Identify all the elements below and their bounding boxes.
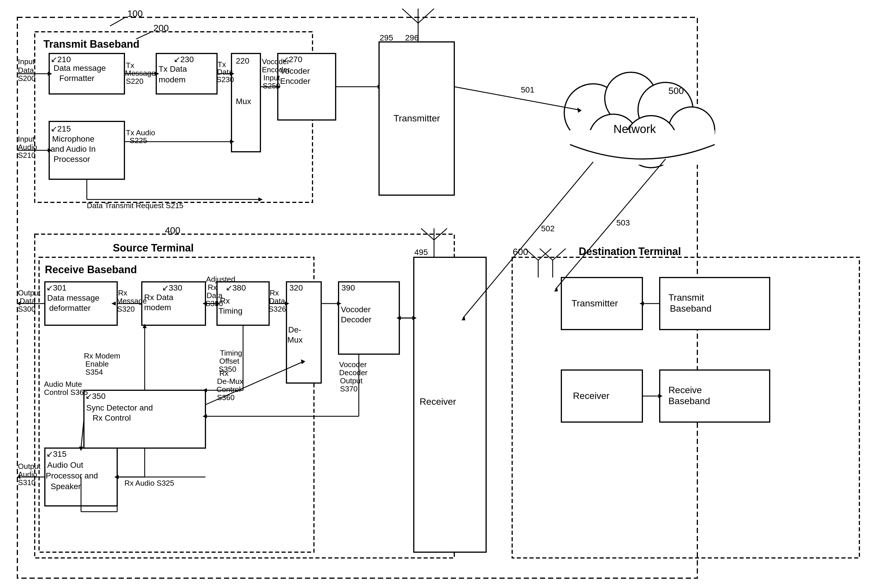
svg-text:Network: Network [614, 123, 656, 135]
svg-text:Decoder: Decoder [341, 315, 372, 324]
svg-text:Data: Data [269, 297, 285, 305]
svg-text:De-Mux: De-Mux [217, 377, 243, 386]
svg-text:Vocoder: Vocoder [262, 57, 290, 66]
svg-text:Encoder: Encoder [280, 76, 310, 86]
svg-marker-220 [554, 287, 558, 291]
svg-text:Receiver: Receiver [420, 396, 456, 407]
svg-text:S360: S360 [217, 393, 235, 402]
svg-text:Receive Baseband: Receive Baseband [45, 264, 137, 276]
svg-text:Rx: Rx [118, 288, 127, 297]
svg-text:Offset: Offset [219, 357, 239, 365]
svg-text:↙215: ↙215 [51, 124, 71, 133]
svg-text:Timing: Timing [220, 349, 242, 357]
svg-text:Rx Data: Rx Data [144, 293, 174, 302]
svg-text:Control  S365: Control S365 [44, 388, 88, 397]
diagram-container: 100 200 Transmit Baseband ↙210 Data mess… [0, 0, 886, 588]
svg-text:Transmitter: Transmitter [394, 113, 440, 123]
svg-line-2 [110, 18, 125, 26]
svg-text:Encoder: Encoder [262, 65, 290, 74]
svg-text:400: 400 [165, 225, 180, 236]
svg-text:modem: modem [144, 303, 171, 312]
svg-text:Processor and: Processor and [46, 471, 98, 480]
svg-text:Enable: Enable [85, 360, 109, 368]
svg-text:Audio: Audio [18, 470, 37, 479]
svg-text:S210: S210 [18, 151, 36, 160]
svg-text:Tx: Tx [126, 61, 134, 70]
svg-text:Rx: Rx [219, 369, 229, 378]
svg-text:S310: S310 [18, 478, 36, 487]
svg-marker-59 [259, 198, 263, 201]
svg-text:S225: S225 [129, 136, 147, 145]
svg-text:Baseband: Baseband [670, 303, 712, 314]
svg-line-70 [418, 9, 434, 23]
svg-text:500: 500 [668, 86, 684, 96]
svg-text:503: 503 [616, 218, 630, 227]
svg-text:Decoder: Decoder [339, 368, 368, 377]
svg-text:S200: S200 [18, 74, 36, 82]
svg-text:Rx Audio S325: Rx Audio S325 [125, 479, 174, 488]
svg-line-187 [540, 249, 553, 260]
svg-text:320: 320 [289, 283, 303, 292]
svg-text:Speaker: Speaker [51, 482, 81, 491]
svg-text:220: 220 [236, 56, 250, 65]
diagram-svg: 100 200 Transmit Baseband ↙210 Data mess… [0, 0, 886, 588]
svg-text:Sync Detector and: Sync Detector and [86, 403, 153, 412]
svg-text:S370: S370 [340, 384, 358, 393]
svg-text:Rx: Rx [270, 288, 279, 297]
svg-line-188 [553, 249, 566, 260]
svg-text:↙230: ↙230 [174, 55, 194, 64]
svg-text:Vocoder: Vocoder [339, 360, 367, 369]
svg-text:Transmit: Transmit [668, 292, 704, 303]
svg-text:Mux: Mux [287, 335, 303, 344]
svg-text:Processor: Processor [54, 154, 90, 164]
svg-text:501: 501 [521, 85, 534, 94]
svg-text:Destination Terminal: Destination Terminal [579, 245, 681, 257]
svg-line-68 [402, 9, 418, 23]
svg-text:Receiver: Receiver [573, 390, 610, 401]
svg-text:Tx Audio: Tx Audio [126, 128, 155, 137]
svg-text:modem: modem [159, 75, 185, 84]
svg-text:Formatter: Formatter [59, 74, 94, 82]
svg-text:Rx Control: Rx Control [93, 413, 131, 422]
svg-text:502: 502 [541, 224, 555, 233]
svg-text:295: 295 [380, 33, 393, 42]
svg-text:and Audio In: and Audio In [51, 144, 96, 153]
svg-text:296: 296 [405, 33, 419, 42]
svg-text:De-: De- [288, 325, 301, 334]
svg-text:Message: Message [125, 69, 156, 78]
svg-text:Data message: Data message [54, 64, 106, 72]
svg-line-212 [454, 87, 579, 110]
svg-text:Transmit Baseband: Transmit Baseband [44, 38, 140, 50]
svg-text:Message: Message [116, 297, 147, 305]
svg-text:↙210: ↙210 [51, 55, 71, 64]
svg-text:Data: Data [207, 291, 223, 300]
svg-text:S300: S300 [18, 305, 36, 314]
svg-text:S220: S220 [126, 77, 143, 86]
svg-text:Mux: Mux [236, 97, 251, 106]
svg-text:S326: S326 [269, 305, 286, 314]
svg-line-185 [538, 249, 551, 260]
svg-text:S354: S354 [85, 368, 103, 376]
svg-text:Input: Input [263, 74, 280, 82]
svg-text:↙350: ↙350 [85, 392, 105, 400]
svg-text:Data Transmit Request S215: Data Transmit Request S215 [87, 201, 184, 210]
svg-text:Transmitter: Transmitter [572, 298, 618, 309]
svg-text:Data message: Data message [47, 293, 99, 302]
svg-text:Input: Input [18, 135, 35, 143]
svg-text:100: 100 [127, 8, 143, 19]
svg-text:Audio Mute: Audio Mute [44, 380, 82, 388]
svg-text:Audio Out: Audio Out [47, 460, 83, 470]
svg-text:200: 200 [153, 23, 169, 33]
svg-text:390: 390 [341, 283, 355, 292]
svg-text:Data: Data [18, 66, 34, 75]
svg-text:Rx Modem: Rx Modem [84, 351, 120, 360]
svg-line-218 [555, 159, 665, 289]
svg-text:Output: Output [18, 288, 41, 297]
svg-text:Rx: Rx [208, 283, 217, 292]
svg-text:↙380: ↙380 [226, 283, 246, 292]
svg-text:↙315: ↙315 [46, 450, 66, 459]
svg-text:Microphone: Microphone [52, 134, 94, 143]
svg-text:Baseband: Baseband [668, 396, 710, 406]
svg-text:Vocoder: Vocoder [341, 305, 371, 314]
svg-text:Source Terminal: Source Terminal [113, 242, 194, 254]
